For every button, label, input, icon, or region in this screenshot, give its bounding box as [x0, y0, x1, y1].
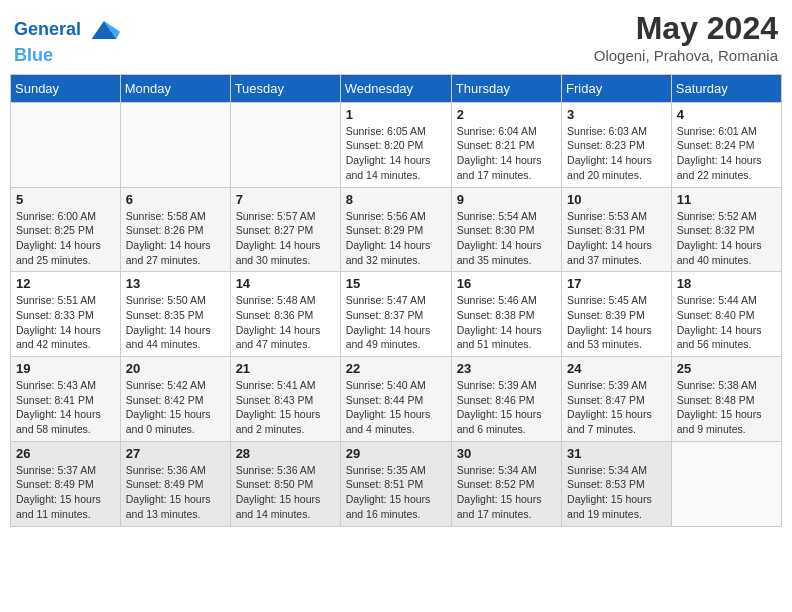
day-info: Sunrise: 5:40 AMSunset: 8:44 PMDaylight:…	[346, 378, 446, 437]
day-info: Sunrise: 5:39 AMSunset: 8:46 PMDaylight:…	[457, 378, 556, 437]
day-info: Sunrise: 5:57 AMSunset: 8:27 PMDaylight:…	[236, 209, 335, 268]
day-info: Sunrise: 5:52 AMSunset: 8:32 PMDaylight:…	[677, 209, 776, 268]
month-year-title: May 2024	[594, 10, 778, 47]
day-cell: 27Sunrise: 5:36 AMSunset: 8:49 PMDayligh…	[120, 441, 230, 526]
day-info: Sunrise: 5:36 AMSunset: 8:50 PMDaylight:…	[236, 463, 335, 522]
day-cell: 24Sunrise: 5:39 AMSunset: 8:47 PMDayligh…	[562, 357, 672, 442]
day-cell: 2Sunrise: 6:04 AMSunset: 8:21 PMDaylight…	[451, 102, 561, 187]
day-number: 2	[457, 107, 556, 122]
day-number: 1	[346, 107, 446, 122]
weekday-header-row: SundayMondayTuesdayWednesdayThursdayFrid…	[11, 74, 782, 102]
page-header: General Blue May 2024 Ologeni, Prahova, …	[10, 10, 782, 66]
day-cell: 30Sunrise: 5:34 AMSunset: 8:52 PMDayligh…	[451, 441, 561, 526]
day-number: 8	[346, 192, 446, 207]
day-cell: 13Sunrise: 5:50 AMSunset: 8:35 PMDayligh…	[120, 272, 230, 357]
day-cell: 4Sunrise: 6:01 AMSunset: 8:24 PMDaylight…	[671, 102, 781, 187]
day-number: 3	[567, 107, 666, 122]
day-info: Sunrise: 5:36 AMSunset: 8:49 PMDaylight:…	[126, 463, 225, 522]
day-number: 18	[677, 276, 776, 291]
calendar-table: SundayMondayTuesdayWednesdayThursdayFrid…	[10, 74, 782, 527]
week-row-2: 5Sunrise: 6:00 AMSunset: 8:25 PMDaylight…	[11, 187, 782, 272]
day-info: Sunrise: 5:50 AMSunset: 8:35 PMDaylight:…	[126, 293, 225, 352]
day-number: 24	[567, 361, 666, 376]
day-cell: 22Sunrise: 5:40 AMSunset: 8:44 PMDayligh…	[340, 357, 451, 442]
day-number: 25	[677, 361, 776, 376]
day-number: 5	[16, 192, 115, 207]
day-cell: 9Sunrise: 5:54 AMSunset: 8:30 PMDaylight…	[451, 187, 561, 272]
day-info: Sunrise: 5:46 AMSunset: 8:38 PMDaylight:…	[457, 293, 556, 352]
day-number: 30	[457, 446, 556, 461]
day-number: 6	[126, 192, 225, 207]
day-number: 26	[16, 446, 115, 461]
day-number: 11	[677, 192, 776, 207]
day-number: 23	[457, 361, 556, 376]
weekday-header-saturday: Saturday	[671, 74, 781, 102]
logo-general: General	[14, 19, 81, 39]
day-number: 31	[567, 446, 666, 461]
day-info: Sunrise: 5:35 AMSunset: 8:51 PMDaylight:…	[346, 463, 446, 522]
day-info: Sunrise: 5:42 AMSunset: 8:42 PMDaylight:…	[126, 378, 225, 437]
day-number: 14	[236, 276, 335, 291]
day-cell: 29Sunrise: 5:35 AMSunset: 8:51 PMDayligh…	[340, 441, 451, 526]
day-info: Sunrise: 6:04 AMSunset: 8:21 PMDaylight:…	[457, 124, 556, 183]
day-cell: 16Sunrise: 5:46 AMSunset: 8:38 PMDayligh…	[451, 272, 561, 357]
day-info: Sunrise: 5:38 AMSunset: 8:48 PMDaylight:…	[677, 378, 776, 437]
day-number: 20	[126, 361, 225, 376]
logo-blue: Blue	[14, 45, 53, 65]
day-info: Sunrise: 5:41 AMSunset: 8:43 PMDaylight:…	[236, 378, 335, 437]
day-info: Sunrise: 6:01 AMSunset: 8:24 PMDaylight:…	[677, 124, 776, 183]
day-number: 7	[236, 192, 335, 207]
day-info: Sunrise: 5:53 AMSunset: 8:31 PMDaylight:…	[567, 209, 666, 268]
day-number: 27	[126, 446, 225, 461]
day-number: 29	[346, 446, 446, 461]
weekday-header-thursday: Thursday	[451, 74, 561, 102]
day-info: Sunrise: 5:51 AMSunset: 8:33 PMDaylight:…	[16, 293, 115, 352]
day-cell: 6Sunrise: 5:58 AMSunset: 8:26 PMDaylight…	[120, 187, 230, 272]
day-number: 22	[346, 361, 446, 376]
day-cell: 8Sunrise: 5:56 AMSunset: 8:29 PMDaylight…	[340, 187, 451, 272]
day-cell: 17Sunrise: 5:45 AMSunset: 8:39 PMDayligh…	[562, 272, 672, 357]
day-cell	[11, 102, 121, 187]
day-number: 4	[677, 107, 776, 122]
weekday-header-sunday: Sunday	[11, 74, 121, 102]
day-cell: 1Sunrise: 6:05 AMSunset: 8:20 PMDaylight…	[340, 102, 451, 187]
weekday-header-wednesday: Wednesday	[340, 74, 451, 102]
week-row-5: 26Sunrise: 5:37 AMSunset: 8:49 PMDayligh…	[11, 441, 782, 526]
weekday-header-tuesday: Tuesday	[230, 74, 340, 102]
day-cell: 12Sunrise: 5:51 AMSunset: 8:33 PMDayligh…	[11, 272, 121, 357]
week-row-1: 1Sunrise: 6:05 AMSunset: 8:20 PMDaylight…	[11, 102, 782, 187]
day-info: Sunrise: 5:45 AMSunset: 8:39 PMDaylight:…	[567, 293, 666, 352]
day-number: 16	[457, 276, 556, 291]
day-info: Sunrise: 5:43 AMSunset: 8:41 PMDaylight:…	[16, 378, 115, 437]
day-cell: 3Sunrise: 6:03 AMSunset: 8:23 PMDaylight…	[562, 102, 672, 187]
day-info: Sunrise: 5:39 AMSunset: 8:47 PMDaylight:…	[567, 378, 666, 437]
day-cell: 31Sunrise: 5:34 AMSunset: 8:53 PMDayligh…	[562, 441, 672, 526]
day-info: Sunrise: 6:00 AMSunset: 8:25 PMDaylight:…	[16, 209, 115, 268]
location-subtitle: Ologeni, Prahova, Romania	[594, 47, 778, 64]
day-cell: 26Sunrise: 5:37 AMSunset: 8:49 PMDayligh…	[11, 441, 121, 526]
day-cell: 19Sunrise: 5:43 AMSunset: 8:41 PMDayligh…	[11, 357, 121, 442]
day-cell	[671, 441, 781, 526]
day-number: 21	[236, 361, 335, 376]
day-cell	[120, 102, 230, 187]
day-info: Sunrise: 5:47 AMSunset: 8:37 PMDaylight:…	[346, 293, 446, 352]
day-cell: 25Sunrise: 5:38 AMSunset: 8:48 PMDayligh…	[671, 357, 781, 442]
title-block: May 2024 Ologeni, Prahova, Romania	[594, 10, 778, 64]
day-info: Sunrise: 5:44 AMSunset: 8:40 PMDaylight:…	[677, 293, 776, 352]
day-number: 19	[16, 361, 115, 376]
day-cell: 7Sunrise: 5:57 AMSunset: 8:27 PMDaylight…	[230, 187, 340, 272]
day-info: Sunrise: 5:56 AMSunset: 8:29 PMDaylight:…	[346, 209, 446, 268]
day-number: 13	[126, 276, 225, 291]
day-info: Sunrise: 5:48 AMSunset: 8:36 PMDaylight:…	[236, 293, 335, 352]
day-info: Sunrise: 5:58 AMSunset: 8:26 PMDaylight:…	[126, 209, 225, 268]
day-number: 17	[567, 276, 666, 291]
day-info: Sunrise: 5:54 AMSunset: 8:30 PMDaylight:…	[457, 209, 556, 268]
day-cell: 28Sunrise: 5:36 AMSunset: 8:50 PMDayligh…	[230, 441, 340, 526]
day-info: Sunrise: 6:05 AMSunset: 8:20 PMDaylight:…	[346, 124, 446, 183]
week-row-3: 12Sunrise: 5:51 AMSunset: 8:33 PMDayligh…	[11, 272, 782, 357]
day-cell: 23Sunrise: 5:39 AMSunset: 8:46 PMDayligh…	[451, 357, 561, 442]
day-cell: 5Sunrise: 6:00 AMSunset: 8:25 PMDaylight…	[11, 187, 121, 272]
day-info: Sunrise: 5:34 AMSunset: 8:53 PMDaylight:…	[567, 463, 666, 522]
day-cell: 14Sunrise: 5:48 AMSunset: 8:36 PMDayligh…	[230, 272, 340, 357]
day-cell: 11Sunrise: 5:52 AMSunset: 8:32 PMDayligh…	[671, 187, 781, 272]
